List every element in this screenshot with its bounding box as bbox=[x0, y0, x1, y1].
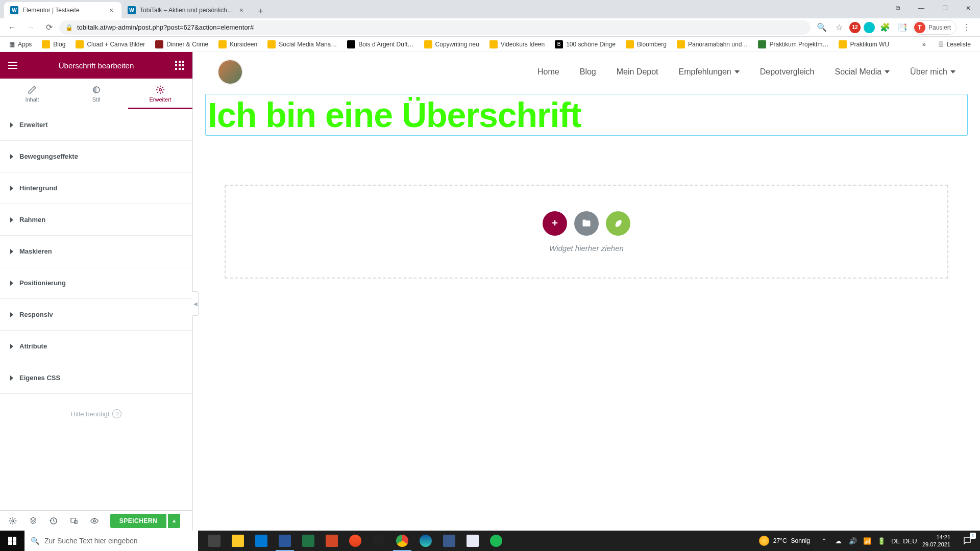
reading-list-icon[interactable]: 📑 bbox=[895, 20, 910, 35]
panel-responsiv[interactable]: Responsiv bbox=[0, 299, 192, 331]
heading-widget[interactable]: Ich bin eine Überschrift bbox=[205, 94, 968, 136]
app-excel[interactable] bbox=[297, 531, 320, 551]
add-section-button[interactable]: + bbox=[543, 211, 567, 236]
panel-maskieren[interactable]: Maskieren bbox=[0, 236, 192, 267]
close-window-icon[interactable]: ✕ bbox=[957, 0, 980, 16]
bookmark-item[interactable]: Videokurs Ideen bbox=[485, 38, 549, 51]
app-chrome[interactable] bbox=[391, 531, 413, 551]
bookmark-item[interactable]: B100 schöne Dinge bbox=[551, 38, 620, 51]
panel-bewegungseffekte[interactable]: Bewegungseffekte bbox=[0, 141, 192, 172]
panel-rahmen[interactable]: Rahmen bbox=[0, 204, 192, 236]
drop-zone[interactable]: + Widget hierher ziehen bbox=[225, 185, 948, 279]
bookmark-item[interactable]: Dinner & Crime bbox=[151, 38, 212, 51]
minimize-icon[interactable]: — bbox=[910, 0, 933, 16]
nav-link-blog[interactable]: Blog bbox=[580, 67, 596, 77]
apps-button[interactable]: ▦ Apps bbox=[5, 39, 36, 50]
app-notepad[interactable] bbox=[461, 531, 484, 551]
help-link[interactable]: Hilfe benötigt ? bbox=[0, 394, 192, 434]
menu-button[interactable] bbox=[5, 58, 20, 73]
reading-list-button[interactable]: ☰ Leseliste bbox=[934, 39, 975, 50]
history-button[interactable] bbox=[44, 511, 63, 531]
add-template-button[interactable] bbox=[574, 211, 599, 236]
clock[interactable]: 14:21 29.07.2021 bbox=[918, 534, 954, 548]
tray-chevron-icon[interactable]: ⌃ bbox=[818, 531, 830, 551]
responsive-button[interactable] bbox=[64, 511, 84, 531]
bookmark-item[interactable]: Copywriting neu bbox=[420, 38, 483, 51]
profile-chip[interactable]: T Pausiert bbox=[913, 20, 957, 35]
bookmark-item[interactable]: Blog bbox=[38, 38, 69, 51]
nav-link-home[interactable]: Home bbox=[537, 67, 559, 77]
star-icon[interactable]: ☆ bbox=[832, 20, 846, 35]
keyboard-layout[interactable]: DEU bbox=[904, 531, 916, 551]
wifi-icon[interactable]: 📶 bbox=[861, 531, 873, 551]
preview-button[interactable] bbox=[85, 511, 104, 531]
tab-style[interactable]: Stil bbox=[64, 79, 129, 109]
menu-icon[interactable]: ⋮ bbox=[960, 20, 974, 35]
panel-eigenes-css[interactable]: Eigenes CSS bbox=[0, 362, 192, 394]
taskbar-apps bbox=[203, 531, 507, 551]
zoom-icon[interactable]: 🔍 bbox=[815, 20, 829, 35]
app-obs[interactable] bbox=[368, 531, 390, 551]
extension-icon[interactable] bbox=[864, 22, 875, 33]
back-button[interactable]: ← bbox=[4, 19, 20, 36]
nav-link-social[interactable]: Social Media bbox=[835, 67, 890, 77]
settings-button[interactable] bbox=[3, 511, 22, 531]
collapse-sidebar-button[interactable]: ◀ bbox=[192, 291, 199, 316]
volume-icon[interactable]: 🔊 bbox=[847, 531, 859, 551]
language-indicator[interactable]: DE bbox=[890, 531, 902, 551]
tab-content[interactable]: Inhalt bbox=[0, 79, 64, 109]
bookmark-item[interactable]: Panoramabahn und… bbox=[673, 38, 752, 51]
panel-hintergrund[interactable]: Hintergrund bbox=[0, 172, 192, 204]
reload-button[interactable]: ⟳ bbox=[41, 19, 57, 36]
bookmark-item[interactable]: Bois d'Argent Duft… bbox=[343, 38, 418, 51]
puzzle-icon[interactable]: 🧩 bbox=[878, 20, 892, 35]
widgets-grid-button[interactable] bbox=[172, 58, 187, 73]
nav-link-depot[interactable]: Mein Depot bbox=[617, 67, 658, 77]
app-brave[interactable] bbox=[344, 531, 366, 551]
save-button[interactable]: SPEICHERN bbox=[110, 514, 167, 528]
app-notes[interactable] bbox=[438, 531, 460, 551]
panel-erweitert[interactable]: Erweitert bbox=[0, 109, 192, 141]
extension-icon[interactable]: 12 bbox=[849, 22, 861, 33]
taskbar-search[interactable]: 🔍 Zur Suche Text hier eingeben bbox=[24, 531, 198, 551]
navigator-button[interactable] bbox=[23, 511, 43, 531]
preview-canvas[interactable]: Home Blog Mein Depot Empfehlungen Depotv… bbox=[193, 52, 980, 531]
address-bar[interactable]: 🔒 tobitalk.at/wp-admin/post.php?post=627… bbox=[59, 20, 811, 35]
app-powerpoint[interactable] bbox=[321, 531, 343, 551]
nav-link-empfehlungen[interactable]: Empfehlungen bbox=[679, 67, 740, 77]
onedrive-icon[interactable]: ☁ bbox=[832, 531, 845, 551]
app-spotify[interactable] bbox=[485, 531, 507, 551]
action-center-button[interactable]: 1 bbox=[957, 531, 978, 551]
maximize-icon[interactable]: ☐ bbox=[933, 0, 957, 16]
browser-tab-active[interactable]: W Elementor | Testseite × bbox=[4, 2, 121, 18]
task-view-button[interactable] bbox=[203, 531, 226, 551]
app-edge[interactable] bbox=[414, 531, 437, 551]
bookmark-item[interactable]: Cload + Canva Bilder bbox=[71, 38, 149, 51]
tab-advanced[interactable]: Erweitert bbox=[128, 79, 192, 109]
chevron-down-icon bbox=[950, 70, 955, 73]
site-logo[interactable] bbox=[217, 59, 243, 85]
bookmark-item[interactable]: Praktikum Projektm… bbox=[754, 38, 832, 51]
weather-widget[interactable]: 27°C Sonnig bbox=[753, 536, 816, 546]
envato-button[interactable] bbox=[606, 211, 630, 236]
bookmarks-overflow[interactable]: » bbox=[918, 39, 930, 50]
nav-link-depotvergleich[interactable]: Depotvergleich bbox=[760, 67, 815, 77]
restore-down-icon[interactable]: ⧉ bbox=[886, 0, 910, 16]
app-word[interactable] bbox=[274, 531, 296, 551]
battery-icon[interactable]: 🔋 bbox=[875, 531, 888, 551]
new-tab-button[interactable]: + bbox=[254, 4, 268, 18]
panel-attribute[interactable]: Attribute bbox=[0, 331, 192, 362]
browser-tab[interactable]: W TobiTalk – Aktien und persönlich… × bbox=[121, 2, 252, 18]
bookmark-item[interactable]: Praktikum WU bbox=[835, 38, 893, 51]
tab-close-icon[interactable]: × bbox=[107, 6, 115, 14]
panel-positionierung[interactable]: Positionierung bbox=[0, 267, 192, 299]
bookmark-item[interactable]: Social Media Mana… bbox=[263, 38, 341, 51]
app-mail[interactable] bbox=[250, 531, 273, 551]
nav-link-ueber[interactable]: Über mich bbox=[910, 67, 955, 77]
app-explorer[interactable] bbox=[227, 531, 249, 551]
bookmark-item[interactable]: Bloomberg bbox=[622, 38, 671, 51]
bookmark-item[interactable]: Kursideen bbox=[214, 38, 261, 51]
save-options-button[interactable]: ▲ bbox=[168, 514, 180, 528]
start-button[interactable] bbox=[0, 531, 24, 551]
tab-close-icon[interactable]: × bbox=[237, 6, 246, 14]
